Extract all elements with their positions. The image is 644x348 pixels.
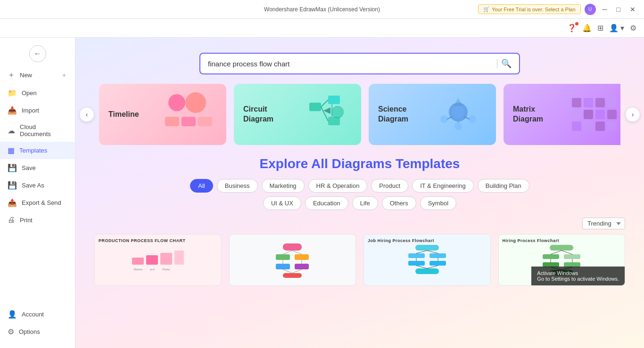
new-plus-icon: ＋ [61, 71, 67, 80]
template-card-1[interactable]: PRODUCTION PROCESS FLOW CHART Market and… [94, 234, 222, 286]
svg-rect-58 [415, 268, 439, 274]
svg-rect-55 [429, 253, 446, 258]
sidebar-item-print[interactable]: 🖨 Print [0, 211, 75, 228]
filter-business[interactable]: Business [217, 179, 258, 193]
avatar-initials: U [588, 7, 592, 12]
avatar[interactable]: U [585, 4, 596, 15]
settings-icon[interactable]: ⚙ [630, 24, 636, 32]
filter-uiux[interactable]: UI & UX [263, 196, 301, 210]
template-card-4[interactable]: Hiring Process Flowchart [498, 234, 626, 286]
sidebar-label-new: New [20, 72, 32, 79]
trial-button[interactable]: 🛒 Your Free Trial is over. Select a Plan [478, 4, 581, 14]
community-icon[interactable]: ⊞ [597, 24, 603, 32]
card-visual-timeline [160, 91, 217, 138]
explore-section: Explore All Diagrams Templates All Busin… [75, 156, 644, 210]
back-button[interactable]: ← [29, 45, 46, 62]
carousel-card-circuit[interactable]: Circuit Diagram [234, 84, 361, 145]
filter-all[interactable]: All [190, 179, 213, 193]
sidebar-item-new[interactable]: ＋ New ＋ [0, 66, 75, 84]
svg-rect-43 [295, 254, 309, 260]
sidebar-label-import: Import [22, 107, 39, 114]
svg-rect-23 [584, 98, 593, 107]
sidebar-item-options[interactable]: ⚙ Options [0, 323, 75, 340]
titlebar: Wondershare EdrawMax (Unlicensed Version… [0, 0, 644, 19]
sidebar-label-save: Save [22, 164, 36, 171]
saveas-icon: 💾 [8, 181, 17, 190]
svg-rect-46 [283, 273, 302, 278]
svg-rect-30 [572, 121, 581, 131]
titlebar-right: 🛒 Your Free Trial is over. Select a Plan… [478, 4, 638, 15]
sidebar-label-export: Export & Send [22, 199, 61, 206]
minimize-button[interactable]: ─ [600, 5, 610, 14]
sidebar-item-cloud[interactable]: ☁ Cloud Documents [0, 119, 75, 142]
help-badge [575, 22, 578, 25]
card-title-matrix: Matrix Diagram [513, 105, 565, 124]
search-box: 🔍 [199, 53, 520, 74]
carousel-prev-button[interactable]: ‹ [79, 107, 94, 122]
svg-rect-67 [564, 254, 580, 259]
sidebar-item-export[interactable]: 📤 Export & Send [0, 194, 75, 211]
carousel-card-science[interactable]: Science Diagram [369, 84, 496, 145]
sidebar-item-import[interactable]: 📥 Import [0, 102, 75, 119]
template-card-3[interactable]: Job Hiring Process Flowchart [363, 234, 491, 286]
svg-line-60 [427, 251, 438, 253]
search-icon: 🔍 [501, 59, 512, 68]
back-button-wrapper[interactable]: ← [0, 41, 75, 66]
svg-rect-42 [276, 254, 290, 260]
card-title-circuit: Circuit Diagram [243, 105, 295, 124]
print-icon: 🖨 [8, 216, 15, 224]
notification-icon[interactable]: 🔔 [582, 24, 592, 32]
sidebar-item-templates[interactable]: ▦ Templates [0, 142, 75, 159]
filter-it[interactable]: IT & Engineering [412, 179, 474, 193]
carousel-next-button[interactable]: › [625, 107, 640, 122]
svg-rect-22 [572, 98, 581, 107]
svg-rect-28 [595, 110, 605, 119]
svg-line-59 [416, 251, 427, 253]
user-icon[interactable]: 👤 ▾ [609, 24, 624, 32]
svg-rect-25 [607, 98, 617, 107]
filter-education[interactable]: Education [305, 196, 348, 210]
svg-rect-69 [564, 262, 580, 267]
svg-point-17 [469, 115, 476, 123]
sidebar-item-save[interactable]: 💾 Save [0, 159, 75, 177]
filter-marketing[interactable]: Marketing [262, 179, 305, 193]
filter-building[interactable]: Building Plan [478, 179, 529, 193]
filter-symbol[interactable]: Symbol [420, 196, 456, 210]
titlebar-app-name: Wondershare EdrawMax (Unlicensed Version… [264, 6, 380, 13]
template-label-1: PRODUCTION PROCESS FLOW CHART [99, 238, 186, 243]
template-label-4: Hiring Process Flowchart [503, 238, 560, 243]
svg-rect-4 [198, 117, 212, 126]
template-label-3: Job Hiring Process Flowchart [368, 238, 434, 243]
template-card-2[interactable] [229, 234, 356, 286]
svg-rect-6 [328, 96, 340, 104]
open-icon: 📁 [8, 89, 17, 97]
help-icon[interactable]: ❓ [567, 24, 577, 32]
svg-line-71 [551, 251, 561, 254]
sidebar-item-open[interactable]: 📁 Open [0, 84, 75, 102]
carousel-card-matrix[interactable]: Matrix Diagram [504, 84, 620, 145]
main-layout: ← ＋ New ＋ 📁 Open 📥 Import ☁ Cloud Docume… [0, 38, 644, 348]
maximize-button[interactable]: □ [614, 5, 623, 14]
close-button[interactable]: ✕ [627, 5, 638, 14]
filter-others[interactable]: Others [382, 196, 416, 210]
filter-hr[interactable]: HR & Operation [308, 179, 368, 193]
card-visual-circuit [295, 91, 352, 138]
svg-rect-70 [550, 270, 573, 275]
svg-line-52 [292, 269, 302, 273]
svg-point-16 [440, 115, 448, 123]
sidebar-item-saveas[interactable]: 💾 Save As [0, 177, 75, 194]
carousel-card-timeline[interactable]: Timeline [99, 84, 226, 145]
svg-rect-31 [584, 121, 593, 131]
options-icon: ⚙ [8, 327, 14, 336]
search-section: 🔍 [75, 38, 644, 84]
svg-rect-56 [408, 261, 425, 266]
svg-rect-65 [550, 245, 573, 251]
svg-line-75 [551, 267, 561, 270]
sidebar-item-account[interactable]: 👤 Account [0, 306, 75, 323]
filter-life[interactable]: Life [352, 196, 378, 210]
search-input[interactable] [208, 60, 493, 68]
search-button[interactable]: 🔍 [501, 58, 512, 69]
svg-line-47 [283, 251, 292, 254]
sort-select[interactable]: Trending Newest Popular [582, 218, 625, 229]
filter-product[interactable]: Product [371, 179, 408, 193]
